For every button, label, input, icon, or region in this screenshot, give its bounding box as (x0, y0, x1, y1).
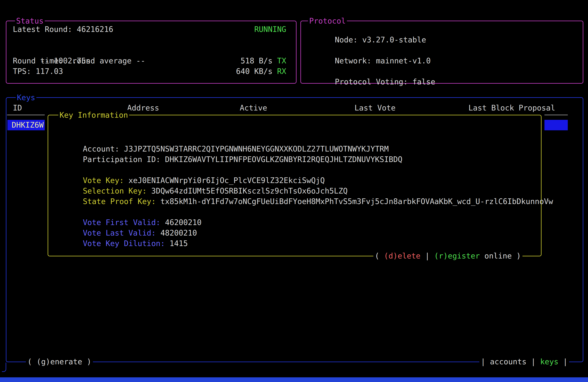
window-bottom-strip (0, 377, 588, 382)
selection-key-label: Selection Key: (83, 187, 151, 195)
status-row-average-header: -- 100 round average -- (13, 45, 286, 56)
tab-accounts[interactable]: accounts (490, 357, 526, 366)
status-row-tps: TPS: 117.03 640 KB/s RX (13, 66, 286, 77)
protocol-voting-value: Protocol Voting: false (335, 77, 435, 86)
status-row-round: Latest Round: 46216216 RUNNING (13, 24, 286, 35)
protocol-panel: Protocol Node: v3.27.0-stable Network: m… (300, 21, 583, 84)
latest-round-value: Latest Round: 46216216 (13, 24, 113, 35)
rx-rate-group: 640 KB/s RX (236, 66, 286, 77)
blank-row (13, 35, 286, 45)
border-corner-glyph (2, 362, 6, 372)
network-value: Network: mainnet-v1.0 (335, 56, 431, 65)
selection-key-value: 3DQw64zdIUMt5EfOSRBIKsczlSz9chTsOx6oJch5… (151, 187, 348, 195)
tabs-lead-pipe: | (481, 357, 490, 366)
column-header-last-block-proposal: Last Block Proposal (468, 103, 555, 113)
tabs-trail-pipe: | (558, 357, 567, 366)
vote-key-value: xeJ0ENIACWNrpYi0r6IjOc_PlcVCE9lZ32EkciSw… (128, 176, 325, 185)
account-value: J3JPZTQ5NSW3TARRC2QIYPGNWNH6NEYGGNXXKODL… (124, 145, 389, 153)
tx-rate-value: 518 B/s (241, 56, 277, 65)
key-information-modal: Key Information Account: J3JPZTQ5NSW3TAR… (48, 115, 542, 256)
account-label: Account: (83, 145, 124, 153)
column-header-id: ID (13, 103, 22, 113)
vote-last-valid-value: 48200210 (160, 229, 197, 237)
node-state-badge: RUNNING (254, 24, 286, 35)
rx-label: RX (277, 67, 286, 76)
vote-last-valid-label: Vote Last Valid: (83, 229, 160, 237)
tab-keys[interactable]: keys (540, 357, 558, 366)
status-row-roundtime: Round time: 2.75s 518 B/s TX (13, 56, 286, 66)
key-actions: ( (d)elete | (r)egister online ) (373, 251, 523, 261)
vote-key-dilution-value: 1415 (169, 239, 188, 248)
vote-key-row: Vote Key: xeJ0ENIACWNrpYi0r6IjOc_PlcVCE9… (55, 165, 533, 175)
vote-key-dilution-label: Vote Key Dilution: (83, 239, 169, 248)
table-header-separator-right (545, 115, 568, 115)
state-proof-key-value: tx85kM1h-dY1Fd7w7oNCgFUeUiBdFYoeH8MxPhTv… (160, 197, 553, 206)
column-header-active: Active (240, 103, 267, 113)
actions-online-suffix: online ) (480, 252, 521, 260)
table-row-selected[interactable]: DHKIZ6W (7, 120, 45, 130)
participation-id-value: DHKIZ6WAVTYLIIPNFPEOVGLKZGNBYRI2RQEQJHLT… (165, 155, 402, 164)
tps-value: TPS: 117.03 (13, 66, 63, 77)
register-online-button[interactable]: (r)egister (434, 252, 480, 260)
vote-key-label: Vote Key: (83, 176, 128, 185)
generate-button[interactable]: ( (g)enerate ) (26, 357, 93, 367)
vote-first-valid-row: Vote First Valid: 46200210 (55, 207, 533, 217)
delete-key-button[interactable]: (d)elete (384, 252, 420, 260)
state-proof-key-label: State Proof Key: (83, 197, 160, 206)
tabs-separator-pipe: | (526, 357, 540, 366)
column-header-address: Address (127, 103, 159, 113)
table-header-separator-left (7, 115, 45, 115)
round-time-value: Round time: 2.75s (13, 56, 90, 66)
actions-separator-pipe: | (420, 252, 434, 260)
column-header-last-vote: Last Vote (355, 103, 396, 113)
participation-id-label: Participation ID: (83, 155, 165, 164)
status-panel: Status Latest Round: 46216216 RUNNING --… (6, 21, 296, 84)
protocol-row-network: Network: mainnet-v1.0 (307, 45, 573, 56)
vote-first-valid-value: 46200210 (165, 218, 202, 227)
view-tabs: | accounts | keys | (479, 357, 569, 367)
protocol-row-voting: Protocol Voting: false (307, 66, 573, 77)
table-row-selected-right[interactable] (545, 120, 568, 130)
account-row: Account: J3JPZTQ5NSW3TARRC2QIYPGNWNH6NEY… (55, 133, 533, 144)
actions-open-paren: ( (375, 252, 384, 260)
rx-rate-value: 640 KB/s (236, 67, 277, 76)
tx-rate-group: 518 B/s TX (241, 56, 286, 66)
keys-panel-title: Keys (16, 92, 36, 103)
protocol-row-node: Node: v3.27.0-stable (307, 24, 573, 35)
tx-label: TX (277, 56, 286, 65)
node-version-value: Node: v3.27.0-stable (335, 35, 426, 44)
vote-first-valid-label: Vote First Valid: (83, 218, 165, 227)
selected-row-id: DHKIZ6W (7, 121, 43, 129)
